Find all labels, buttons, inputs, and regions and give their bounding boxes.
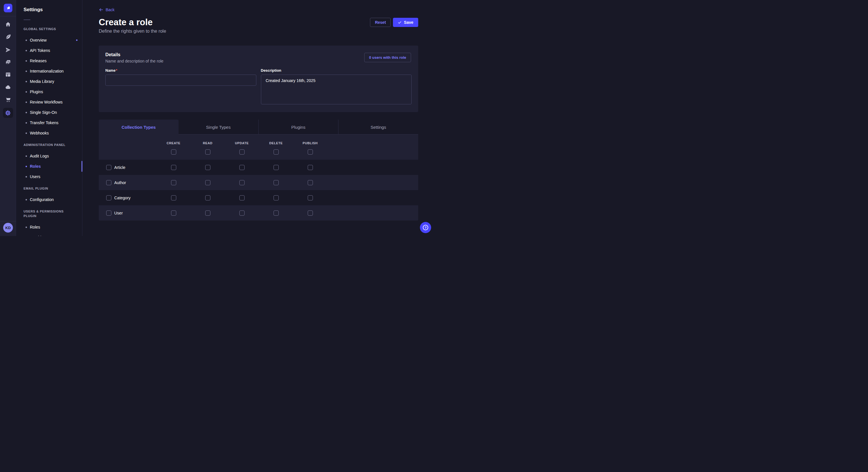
select-all-delete-checkbox[interactable] [274,149,279,155]
sidebar-item-overview[interactable]: Overview [24,37,78,43]
author-read-checkbox[interactable] [205,180,210,185]
sidebar-item-label: Review Workflows [30,100,63,104]
rail-divider [0,16,16,16]
author-row-checkbox[interactable] [106,180,112,185]
user-delete-checkbox[interactable] [274,210,279,216]
select-all-create-checkbox[interactable] [171,149,176,155]
reset-button[interactable]: Reset [370,18,391,27]
avatar[interactable]: KD [3,223,13,233]
sidebar-item-transfer-tokens[interactable]: Transfer Tokens [24,120,78,126]
sidebar-item-api-tokens[interactable]: API Tokens [24,47,78,53]
column-header-read: READ [203,141,213,145]
name-field-group: Name* [105,68,256,105]
user-update-checkbox[interactable] [239,210,245,216]
settings-sidebar: Settings GLOBAL SETTINGSOverviewAPI Toke… [16,0,82,236]
category-row-checkbox[interactable] [106,195,112,200]
bullet-icon [26,166,27,167]
tab-plugins[interactable]: Plugins [258,120,338,134]
article-create-checkbox[interactable] [171,165,176,170]
sidebar-item-audit-logs[interactable]: Audit Logs [24,153,78,159]
sidebar-item-roles[interactable]: Roles [24,164,78,169]
users-with-role-button[interactable]: 0 users with this role [364,53,411,62]
main-nav-rail: KD [0,0,16,236]
user-read-checkbox[interactable] [205,210,210,216]
user-row-checkbox[interactable] [106,210,112,216]
rail-divider-bottom [0,221,16,222]
layout-icon[interactable] [5,71,11,78]
author-publish-checkbox[interactable] [308,180,313,185]
bullet-icon [26,102,27,103]
sidebar-item-roles[interactable]: Roles [24,224,78,230]
sidebar-item-webhooks[interactable]: Webhooks [24,130,78,136]
category-publish-checkbox[interactable] [308,195,313,200]
select-all-update-checkbox[interactable] [239,149,245,155]
sidebar-item-plugins[interactable]: Plugins [24,89,78,95]
column-header-delete: DELETE [269,141,283,145]
name-input[interactable] [105,74,256,86]
category-update-checkbox[interactable] [239,195,245,200]
sidebar-item-label: Single Sign-On [30,110,57,115]
sidebar-section-administration-panel: ADMINISTRATION PANELAudit LogsRolesUsers [24,142,78,179]
article-delete-checkbox[interactable] [274,165,279,170]
strapi-logo-icon[interactable] [4,4,12,12]
back-label: Back [105,7,115,12]
sidebar-title-divider [24,20,30,20]
tab-collection-types[interactable]: Collection Types [99,120,179,134]
sidebar-item-label: Media Library [30,79,54,84]
author-update-checkbox[interactable] [239,180,245,185]
category-read-checkbox[interactable] [205,195,210,200]
description-textarea[interactable] [261,74,412,104]
sidebar-item-providers[interactable]: Providers [24,235,78,236]
paper-plane-icon[interactable] [5,46,11,53]
sidebar-item-users[interactable]: Users [24,174,78,179]
sidebar-item-label: Configuration [30,197,54,202]
notification-dot-icon [76,40,78,41]
home-icon[interactable] [5,21,11,28]
user-create-checkbox[interactable] [171,210,176,216]
article-update-checkbox[interactable] [239,165,245,170]
article-publish-checkbox[interactable] [308,165,313,170]
table-row-author: Author [99,175,418,190]
help-button[interactable]: ? [420,222,431,233]
sidebar-item-label: API Tokens [30,48,50,53]
category-create-checkbox[interactable] [171,195,176,200]
question-mark-icon: ? [423,225,428,230]
author-create-checkbox[interactable] [171,180,176,185]
settings-gear-icon[interactable] [3,108,13,118]
column-header-publish: PUBLISH [303,141,317,145]
bullet-icon [26,176,27,177]
tab-settings[interactable]: Settings [338,120,418,134]
bullet-icon [26,122,27,124]
cloud-icon[interactable] [5,84,11,91]
description-field-group: Description [261,68,412,105]
select-all-publish-checkbox[interactable] [308,149,313,155]
sidebar-item-label: Roles [30,164,41,169]
feather-icon[interactable] [5,33,11,40]
name-label: Name* [105,68,256,73]
user-publish-checkbox[interactable] [308,210,313,216]
sidebar-item-internationalization[interactable]: Internationalization [24,68,78,74]
save-button[interactable]: Save [393,18,418,27]
sidebar-item-configuration[interactable]: Configuration [24,197,78,202]
tab-single-types[interactable]: Single Types [179,120,258,134]
sidebar-item-media-library[interactable]: Media Library [24,78,78,84]
cart-icon[interactable] [5,96,11,103]
author-delete-checkbox[interactable] [274,180,279,185]
sidebar-item-label: Releases [30,59,46,63]
section-label: ADMINISTRATION PANEL [24,142,78,147]
select-all-read-checkbox[interactable] [205,149,210,155]
back-link[interactable]: Back [99,7,115,12]
sidebar-item-single-sign-on[interactable]: Single Sign-On [24,109,78,115]
table-row-article: Article [99,160,418,175]
bullet-icon [26,227,27,228]
back-arrow-icon [99,7,103,12]
article-read-checkbox[interactable] [205,165,210,170]
required-asterisk: * [116,68,117,72]
sidebar-item-releases[interactable]: Releases [24,58,78,64]
category-delete-checkbox[interactable] [274,195,279,200]
sidebar-item-review-workflows[interactable]: Review Workflows [24,99,78,105]
article-row-checkbox[interactable] [106,165,112,170]
bullet-icon [26,91,27,93]
bullet-icon [26,112,27,113]
media-library-icon[interactable] [5,59,11,66]
